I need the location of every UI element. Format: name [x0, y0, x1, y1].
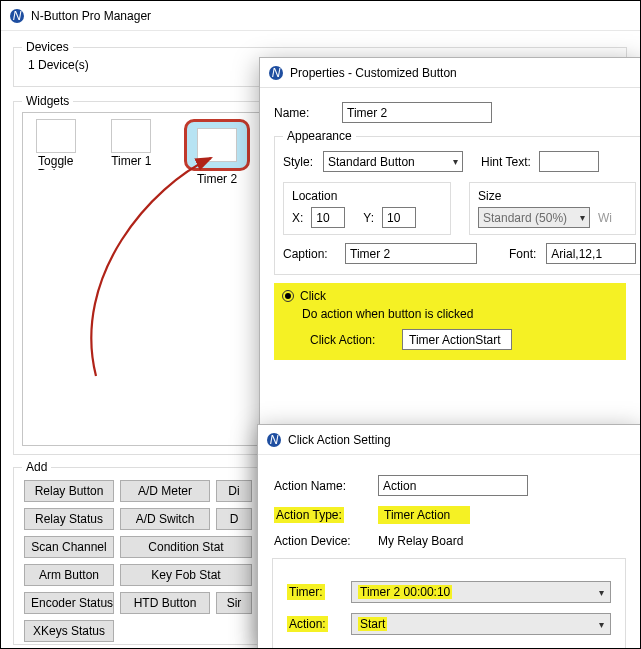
add-relay-status[interactable]: Relay Status — [24, 508, 114, 530]
size-group: Size Standard (50%) ▾ Wi — [469, 182, 636, 235]
action-device-value: My Relay Board — [378, 534, 463, 548]
click-desc: Do action when button is clicked — [282, 303, 618, 321]
click-action-value[interactable]: Timer ActionStart — [402, 329, 512, 350]
app-icon: N — [266, 432, 282, 448]
x-label: X: — [292, 211, 303, 225]
x-input[interactable] — [311, 207, 345, 228]
font-input[interactable] — [546, 243, 636, 264]
main-title: N-Button Pro Manager — [31, 9, 151, 23]
action-value: Start — [358, 617, 387, 631]
caption-label: Caption: — [283, 247, 335, 261]
widget-thumb — [36, 119, 76, 153]
radio-checked-icon — [282, 290, 294, 302]
click-section: Click Do action when button is clicked C… — [274, 283, 626, 360]
app-icon: N — [9, 8, 25, 24]
action-name-label: Action Name: — [274, 479, 366, 493]
style-value: Standard Button — [328, 155, 415, 169]
add-arm-button[interactable]: Arm Button — [24, 564, 114, 586]
location-label: Location — [292, 189, 442, 203]
appearance-group: Appearance Style: Standard Button ▾ Hint… — [274, 129, 641, 275]
chevron-down-icon: ▾ — [580, 212, 585, 223]
name-input[interactable] — [342, 102, 492, 123]
appearance-label: Appearance — [283, 129, 356, 143]
svg-text:N: N — [270, 433, 279, 447]
hint-input[interactable] — [539, 151, 599, 172]
size-value: Standard (50%) — [483, 211, 567, 225]
cas-title: Click Action Setting — [288, 433, 391, 447]
device-count: 1 Device(s) — [28, 58, 89, 72]
cas-titlebar: N Click Action Setting — [258, 425, 640, 455]
click-label: Click — [300, 289, 326, 303]
widgets-list[interactable]: Toggle Relays Timer 1 Timer 2 — [22, 112, 261, 446]
add-condition-stat[interactable]: Condition Stat — [120, 536, 252, 558]
size-label: Size — [478, 189, 627, 203]
font-label: Font: — [509, 247, 536, 261]
action-type-label: Action Type: — [274, 507, 344, 523]
properties-title: Properties - Customized Button — [290, 66, 457, 80]
properties-titlebar: N Properties - Customized Button — [260, 58, 640, 88]
action-select[interactable]: Start ▾ — [351, 613, 611, 635]
add-di[interactable]: Di — [216, 480, 252, 502]
widget-toggle-relays[interactable]: Toggle Relays — [33, 119, 79, 188]
add-scan-channel[interactable]: Scan Channel — [24, 536, 114, 558]
action-device-label: Action Device: — [274, 534, 366, 548]
action-type-value: Timer Action — [378, 506, 470, 524]
add-htd-button[interactable]: HTD Button — [120, 592, 210, 614]
app-icon: N — [268, 65, 284, 81]
widget-label: Timer 1 — [111, 155, 151, 170]
add-sir[interactable]: Sir — [216, 592, 252, 614]
widget-label: Toggle Relays — [37, 155, 74, 170]
add-label: Add — [22, 460, 51, 474]
main-titlebar: N N-Button Pro Manager — [1, 1, 641, 31]
location-group: Location X: Y: — [283, 182, 451, 235]
hint-label: Hint Text: — [481, 155, 531, 169]
widget-thumb — [197, 128, 237, 162]
y-input[interactable] — [382, 207, 416, 228]
timer-value: Timer 2 00:00:10 — [358, 585, 452, 599]
chevron-down-icon: ▾ — [453, 156, 458, 167]
name-label: Name: — [274, 106, 332, 120]
widget-timer-1[interactable]: Timer 1 — [109, 119, 155, 188]
chevron-down-icon: ▾ — [599, 587, 604, 598]
add-xkeys-status[interactable]: XKeys Status — [24, 620, 114, 642]
svg-text:N: N — [13, 9, 22, 23]
add-key-fob-stat[interactable]: Key Fob Stat — [120, 564, 252, 586]
widget-label: Timer 2 — [197, 173, 237, 188]
click-radio[interactable]: Click — [282, 289, 618, 303]
timer-label: Timer: — [287, 584, 325, 600]
add-d[interactable]: D — [216, 508, 252, 530]
widget-timer-2[interactable]: Timer 2 — [184, 119, 250, 188]
style-select[interactable]: Standard Button ▾ — [323, 151, 463, 172]
caption-input[interactable] — [345, 243, 477, 264]
svg-text:N: N — [272, 66, 281, 80]
devices-label: Devices — [22, 40, 73, 54]
add-group: Add Relay Button A/D Meter Di Relay Stat… — [13, 467, 261, 645]
y-label: Y: — [363, 211, 374, 225]
action-label: Action: — [287, 616, 328, 632]
add-relay-button[interactable]: Relay Button — [24, 480, 114, 502]
add-ad-switch[interactable]: A/D Switch — [120, 508, 210, 530]
widget-thumb — [111, 119, 151, 153]
widgets-group: Widgets Toggle Relays Timer 1 Timer 2 — [13, 101, 261, 455]
add-ad-meter[interactable]: A/D Meter — [120, 480, 210, 502]
style-label: Style: — [283, 155, 313, 169]
action-params-group: Timer: Timer 2 00:00:10 ▾ Action: Start … — [272, 558, 626, 649]
add-encoder-status[interactable]: Encoder Status — [24, 592, 114, 614]
size-select[interactable]: Standard (50%) ▾ — [478, 207, 590, 228]
chevron-down-icon: ▾ — [599, 619, 604, 630]
widgets-label: Widgets — [22, 94, 73, 108]
size-extra-label: Wi — [598, 211, 612, 225]
click-action-label: Click Action: — [310, 333, 392, 347]
click-action-setting-dialog: N Click Action Setting Action Name: Acti… — [257, 424, 641, 649]
action-name-input[interactable] — [378, 475, 528, 496]
timer-select[interactable]: Timer 2 00:00:10 ▾ — [351, 581, 611, 603]
